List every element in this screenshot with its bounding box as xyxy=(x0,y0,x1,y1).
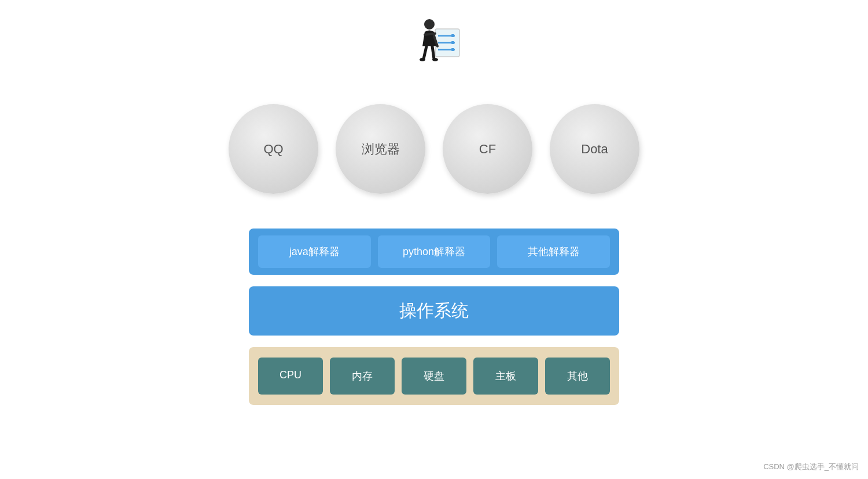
svg-line-10 xyxy=(424,46,426,59)
svg-rect-4 xyxy=(451,41,454,44)
interpreter-other: 其他解释器 xyxy=(497,235,610,268)
app-label-browser: 浏览器 xyxy=(362,141,400,158)
app-label-cf: CF xyxy=(479,142,496,157)
os-label: 操作系统 xyxy=(399,301,469,320)
svg-line-11 xyxy=(432,46,434,59)
hardware-disk: 硬盘 xyxy=(402,358,466,395)
svg-point-7 xyxy=(424,19,435,30)
interpreter-java: java解释器 xyxy=(258,235,371,268)
os-bar: 操作系统 xyxy=(249,286,619,336)
svg-rect-2 xyxy=(451,34,454,37)
hardware-memory: 内存 xyxy=(330,358,395,395)
hardware-cpu: CPU xyxy=(258,358,323,395)
svg-point-12 xyxy=(420,58,425,61)
watermark: CSDN @爬虫选手_不懂就问 xyxy=(763,462,859,472)
hardware-wrapper: CPU 内存 硬盘 主板 其他 xyxy=(249,347,619,405)
app-label-dota: Dota xyxy=(581,142,608,157)
app-label-qq: QQ xyxy=(263,142,283,157)
svg-line-8 xyxy=(425,34,435,35)
app-bubble-qq: QQ xyxy=(229,104,318,194)
interpreters-wrapper: java解释器 python解释器 其他解释器 xyxy=(249,229,619,275)
presenter-figure xyxy=(399,12,469,81)
hardware-mainboard: 主板 xyxy=(473,358,538,395)
app-bubble-dota: Dota xyxy=(550,104,639,194)
interpreter-python: python解释器 xyxy=(378,235,491,268)
hardware-other: 其他 xyxy=(545,358,610,395)
svg-point-13 xyxy=(432,58,438,61)
app-bubble-browser: 浏览器 xyxy=(336,104,425,194)
svg-rect-6 xyxy=(451,48,454,51)
app-bubble-cf: CF xyxy=(443,104,532,194)
page-container: QQ 浏览器 CF Dota java解释器 python解释器 其他解释器 操… xyxy=(0,0,868,479)
apps-row: QQ 浏览器 CF Dota xyxy=(229,104,639,194)
